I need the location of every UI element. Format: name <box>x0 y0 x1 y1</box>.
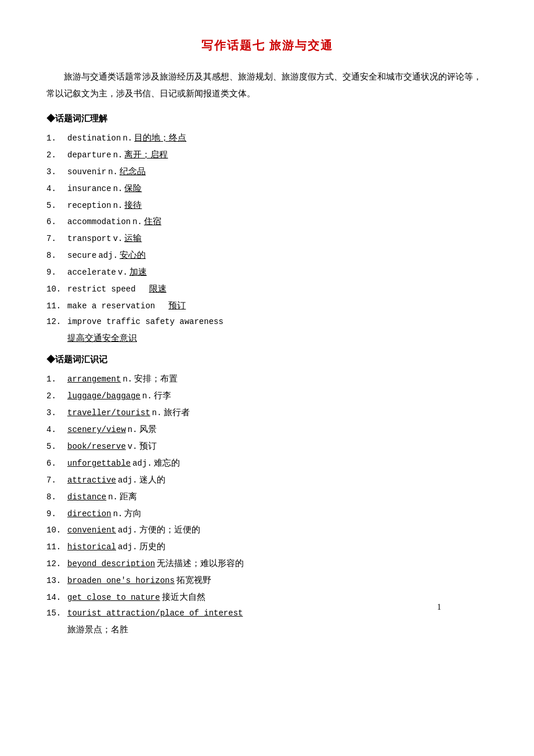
spacer <box>138 281 149 297</box>
item-pos: n. <box>132 215 142 230</box>
item-meaning: 历史的 <box>139 539 165 555</box>
item-number: 15. <box>46 606 67 621</box>
item-number: 12. <box>46 557 67 572</box>
section2-list: 1. arrangement n. 安排；布置 2. luggage/bagga… <box>46 371 488 638</box>
spacer <box>157 298 168 314</box>
item-number: 14. <box>46 591 67 606</box>
item-number: 2. <box>46 389 67 404</box>
item-number: 8. <box>46 490 67 505</box>
list-item-chinese: 旅游景点；名胜 <box>46 622 488 638</box>
item-meaning: 预订 <box>139 438 157 455</box>
item-pos: adj. <box>98 249 118 264</box>
item-number: 10. <box>46 523 67 538</box>
item-pos: n. <box>122 131 132 146</box>
item-word: accommodation <box>67 215 131 230</box>
item-meaning: 方便的；近便的 <box>139 522 200 538</box>
item-word: traveller/tourist <box>67 406 150 421</box>
list-item: 12. beyond description 无法描述；难以形容的 <box>46 556 488 572</box>
item-word: attractive <box>67 473 116 488</box>
item-meaning: 难忘的 <box>154 455 180 471</box>
list-item: 13. broaden one's horizons 拓宽视野 <box>46 573 488 589</box>
list-item: 11. make a reservation 预订 <box>46 298 488 314</box>
list-item: 15. tourist attraction/place of interest <box>46 606 488 621</box>
item-word: historical <box>67 540 116 555</box>
item-meaning: 拓宽视野 <box>176 573 211 589</box>
item-meaning: 离开；启程 <box>124 147 168 163</box>
item-word: souvenir <box>67 165 106 180</box>
list-item: 10. convenient adj. 方便的；近便的 <box>46 522 488 538</box>
item-chinese: 旅游景点；名胜 <box>67 622 128 638</box>
item-meaning: 安心的 <box>120 247 146 264</box>
item-word: reception <box>67 199 111 214</box>
item-pos: n. <box>108 490 118 505</box>
item-meaning: 接待 <box>124 197 142 214</box>
page-wrapper: 写作话题七 旅游与交通 旅游与交通类话题常涉及旅游经历及其感想、旅游规划、旅游度… <box>46 35 488 638</box>
item-pos: n. <box>113 507 123 522</box>
item-number: 13. <box>46 574 67 589</box>
item-pos: adj. <box>118 473 138 488</box>
item-pos: n. <box>113 199 123 214</box>
item-pos: adj. <box>118 540 138 555</box>
item-meaning: 安排；布置 <box>134 371 178 387</box>
item-word: direction <box>67 507 111 522</box>
list-item: 2. luggage/baggage n. 行李 <box>46 388 488 404</box>
item-word: book/reserve <box>67 440 126 455</box>
item-word: accelerate <box>67 265 116 280</box>
item-word: arrangement <box>67 372 121 387</box>
item-word: departure <box>67 148 111 163</box>
item-number: 7. <box>46 473 67 488</box>
item-number: 3. <box>46 406 67 421</box>
item-number: 11. <box>46 540 67 555</box>
list-item: 5. reception n. 接待 <box>46 197 488 214</box>
item-number: 1. <box>46 131 67 146</box>
section1-list: 1. destination n. 目的地；终点 2. departure n.… <box>46 130 488 346</box>
item-word: scenery/view <box>67 423 126 438</box>
item-number: 7. <box>46 232 67 247</box>
list-item: 12. improve traffic safety awareness <box>46 315 488 330</box>
list-item: 2. departure n. 离开；启程 <box>46 147 488 163</box>
item-meaning: 风景 <box>139 422 157 438</box>
item-word: distance <box>67 490 106 505</box>
item-number: 3. <box>46 165 67 180</box>
list-item: 9. direction n. 方向 <box>46 506 488 522</box>
item-number: 5. <box>46 199 67 214</box>
item-word: make a reservation <box>67 299 155 314</box>
item-number: 4. <box>46 182 67 197</box>
item-meaning: 住宿 <box>144 214 161 230</box>
item-word: secure <box>67 249 96 264</box>
list-item: 3. traveller/tourist n. 旅行者 <box>46 405 488 421</box>
item-pos: v. <box>128 440 138 455</box>
item-meaning: 目的地；终点 <box>134 130 186 146</box>
list-item: 9. accelerate v. 加速 <box>46 264 488 280</box>
list-item: 7. transport v. 运输 <box>46 231 488 247</box>
item-meaning: 旅行者 <box>164 405 190 421</box>
item-meaning: 预订 <box>168 298 186 314</box>
item-meaning: 接近大自然 <box>162 589 205 606</box>
page-number: 1 <box>437 600 441 614</box>
section2-header: ◆话题词汇识记 <box>46 352 488 368</box>
item-word: restrict speed <box>67 282 136 297</box>
item-meaning: 纪念品 <box>120 164 146 180</box>
item-number: 8. <box>46 249 67 264</box>
item-word: convenient <box>67 523 116 538</box>
item-pos: v. <box>118 265 128 280</box>
item-pos: n. <box>108 165 118 180</box>
intro-paragraph: 旅游与交通类话题常涉及旅游经历及其感想、旅游规划、旅游度假方式、交通安全和城市交… <box>46 69 488 102</box>
item-word: luggage/baggage <box>67 389 140 404</box>
item-pos: v. <box>113 232 123 247</box>
item-pos: adj. <box>132 456 152 471</box>
item-meaning: 方向 <box>124 506 142 522</box>
item-pos: n. <box>122 372 132 387</box>
item-word: improve traffic safety awareness <box>67 315 223 330</box>
list-item: 6. accommodation n. 住宿 <box>46 214 488 230</box>
item-number: 4. <box>46 423 67 438</box>
item-number: 11. <box>46 299 67 314</box>
item-number: 6. <box>46 456 67 471</box>
list-item: 8. distance n. 距离 <box>46 489 488 505</box>
list-item: 4. insurance n. 保险 <box>46 181 488 197</box>
section1-header: ◆话题词汇理解 <box>46 111 488 127</box>
page-title: 写作话题七 旅游与交通 <box>46 35 488 56</box>
list-item: 10. restrict speed 限速 <box>46 281 488 297</box>
item-pos: n. <box>152 406 162 421</box>
item-number: 10. <box>46 282 67 297</box>
